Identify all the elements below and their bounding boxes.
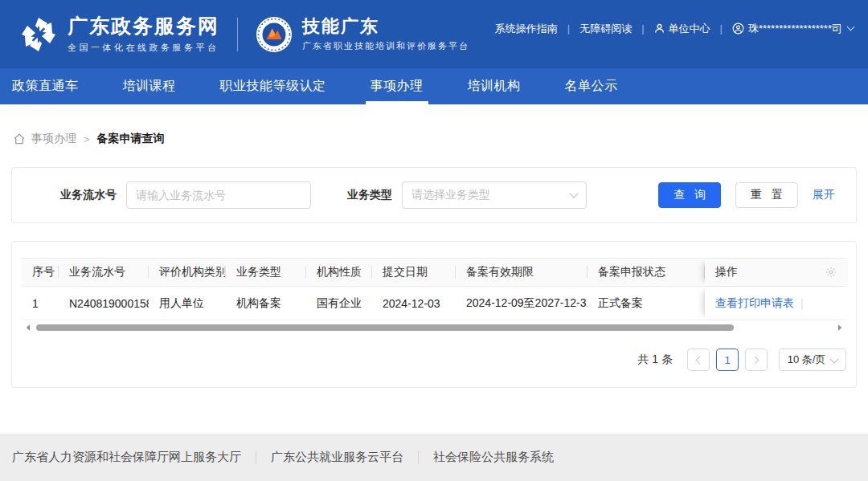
chevron-left-icon: [696, 356, 704, 364]
header-brand-group: 广东政务服务网 全国一体化在线政务服务平台 技能广东 广东省职业技能培训和评价服…: [19, 14, 469, 54]
nav-item-policy-express[interactable]: 政策直通车: [12, 68, 79, 104]
scroll-right-arrow-icon[interactable]: [838, 324, 845, 331]
page-size-value: 10 条/页: [788, 353, 826, 367]
nav-item-skill-level-certification[interactable]: 职业技能等级认定: [220, 68, 326, 104]
serial-input[interactable]: [126, 181, 311, 209]
utility-separator: |: [567, 22, 570, 35]
col-serial: 业务流水号: [59, 259, 149, 286]
cell-index: 1: [22, 297, 59, 310]
cell-status: 正式备案: [588, 296, 705, 311]
page: 广东政务服务网 全国一体化在线政务服务平台 技能广东 广东省职业技能培训和评价服…: [0, 0, 868, 388]
col-actions: 操作: [705, 259, 848, 286]
type-select-placeholder: 请选择业务类型: [411, 188, 490, 202]
cell-actions: 查看打印申请表 |: [705, 287, 848, 320]
cell-org-category: 用人单位: [149, 296, 226, 311]
footer-link-employment-cloud[interactable]: 广东公共就业服务云平台: [271, 450, 403, 465]
col-status: 备案申报状态: [588, 259, 705, 286]
serial-label: 业务流水号: [60, 188, 117, 202]
type-select[interactable]: 请选择业务类型: [402, 181, 587, 209]
nav-item-public-list[interactable]: 名单公示: [565, 68, 618, 104]
skills-guangdong-seal-logo: [256, 16, 293, 53]
user-menu[interactable]: 珠******************司: [732, 22, 854, 36]
header-divider: [237, 18, 238, 51]
nav-item-matter-handling[interactable]: 事项办理: [371, 68, 424, 104]
filter-panel: 业务流水号 业务类型 请选择业务类型 查 询 重 置 展开: [11, 167, 857, 223]
col-submit-date: 提交日期: [372, 259, 456, 286]
action-separator: |: [800, 297, 804, 310]
chevron-down-icon: [569, 189, 578, 198]
pagination-total: 共 1 条: [637, 353, 673, 367]
home-icon[interactable]: [13, 132, 26, 145]
table-row: 1 N240819000158 用人单位 机构备案 国有企业 2024-12-0…: [22, 287, 846, 320]
breadcrumb-separator: >: [84, 133, 90, 145]
user-name: 珠******************司: [748, 22, 842, 36]
page-number-1[interactable]: 1: [716, 349, 739, 371]
page-size-select[interactable]: 10 条/页: [779, 349, 846, 371]
view-print-application-link[interactable]: 查看打印申请表: [715, 296, 794, 311]
footer-link-social-insurance[interactable]: 社会保险公共服务系统: [433, 450, 554, 465]
footer-separator: [418, 451, 419, 464]
pagination: 共 1 条 1 10 条/页: [22, 349, 846, 371]
portal-title: 广东政务服务网: [68, 14, 219, 38]
col-validity: 备案有效期限: [456, 259, 588, 286]
prev-page-button[interactable]: [687, 349, 710, 371]
horizontal-scrollbar: [22, 324, 846, 331]
link-unit-center[interactable]: 单位中心: [654, 22, 710, 36]
footer-separator: [256, 451, 256, 464]
site-subtitle: 广东省职业技能培训和评价服务平台: [302, 40, 469, 52]
link-system-guide[interactable]: 系统操作指南: [495, 22, 558, 36]
site-brand: 技能广东 广东省职业技能培训和评价服务平台: [302, 16, 469, 52]
breadcrumb-section[interactable]: 事项办理: [31, 132, 76, 146]
cell-serial: N240819000158: [59, 297, 149, 310]
cell-submit-date: 2024-12-03: [372, 297, 456, 310]
cell-org-nature: 国有企业: [306, 296, 372, 311]
nav-item-training-institutions[interactable]: 培训机构: [468, 68, 521, 104]
site-title: 技能广东: [302, 16, 469, 36]
user-avatar-icon: [732, 22, 744, 35]
type-label: 业务类型: [347, 188, 392, 202]
cell-biz-type: 机构备案: [226, 296, 306, 311]
main-nav: 政策直通车 培训课程 职业技能等级认定 事项办理 培训机构 名单公示: [0, 68, 868, 104]
utility-separator: |: [641, 22, 644, 35]
footer-link-hr-hall[interactable]: 广东省人力资源和社会保障厅网上服务大厅: [12, 450, 241, 465]
table-header-row: 序号 业务流水号 评价机构类别 业务类型 机构性质 提交日期 备案有效期限 备案…: [22, 258, 846, 287]
unit-center-label: 单位中心: [669, 22, 710, 36]
search-button[interactable]: 查 询: [658, 182, 721, 208]
col-biz-type: 业务类型: [226, 259, 306, 286]
next-page-button[interactable]: [745, 349, 768, 371]
reset-button[interactable]: 重 置: [735, 182, 798, 208]
utility-separator: |: [720, 22, 723, 35]
person-icon: [654, 23, 665, 34]
chevron-down-icon: [847, 23, 855, 31]
col-index: 序号: [22, 259, 59, 286]
breadcrumb: 事项办理 > 备案申请查询: [13, 131, 868, 147]
nav-item-training-courses[interactable]: 培训课程: [123, 68, 176, 104]
header-utility-links: 系统操作指南 | 无障碍阅读 | 单位中心 |: [495, 22, 854, 36]
footer: 广东省人力资源和社会保障厅网上服务大厅 广东公共就业服务云平台 社会保险公共服务…: [0, 434, 868, 481]
scroll-left-arrow-icon[interactable]: [23, 324, 30, 331]
col-org-nature: 机构性质: [306, 259, 372, 286]
filter-actions: 查 询 重 置 展开: [658, 182, 835, 208]
chevron-down-icon: [830, 354, 839, 363]
filter-serial: 业务流水号: [60, 181, 311, 209]
portal-brand: 广东政务服务网 全国一体化在线政务服务平台: [68, 14, 219, 54]
results-panel: 序号 业务流水号 评价机构类别 业务类型 机构性质 提交日期 备案有效期限 备案…: [11, 241, 857, 388]
app-header: 广东政务服务网 全国一体化在线政务服务平台 技能广东 广东省职业技能培训和评价服…: [0, 0, 868, 68]
link-accessible-reading[interactable]: 无障碍阅读: [579, 22, 632, 36]
cell-validity: 2024-12-09至2027-12-31: [456, 296, 588, 311]
gear-icon[interactable]: [825, 267, 837, 278]
chevron-right-icon: [751, 356, 760, 364]
filter-type: 业务类型 请选择业务类型: [347, 181, 587, 209]
scrollbar-thumb[interactable]: [36, 324, 734, 331]
gov-portal-pinwheel-logo: [19, 15, 58, 54]
portal-subtitle: 全国一体化在线政务服务平台: [68, 42, 219, 54]
breadcrumb-current: 备案申请查询: [97, 132, 165, 146]
col-actions-label: 操作: [715, 265, 738, 279]
expand-link[interactable]: 展开: [813, 188, 835, 202]
col-org-category: 评价机构类别: [149, 259, 226, 286]
